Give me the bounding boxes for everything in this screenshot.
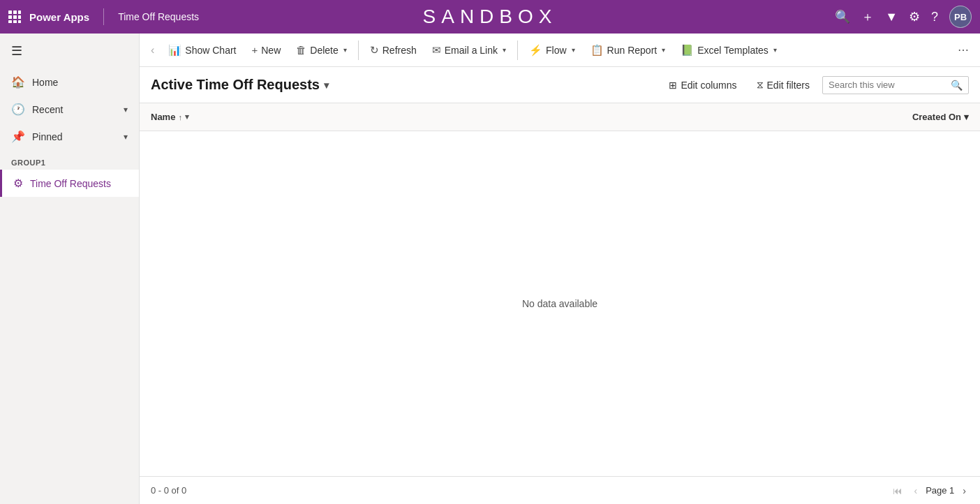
cmd-separator-1 (358, 40, 359, 60)
delete-chevron-icon: ▾ (343, 46, 347, 54)
delete-icon: 🗑 (296, 44, 306, 56)
refresh-label: Refresh (383, 45, 417, 56)
column-name-label: Name (151, 112, 175, 122)
excel-label: Excel Templates (697, 45, 769, 56)
delete-button[interactable]: 🗑 Delete ▾ (289, 40, 353, 60)
svg-rect-0 (8, 10, 12, 14)
sidebar-entity-label: Time Off Requests (30, 178, 111, 189)
grid-footer: 0 - 0 of 0 ⏮ ‹ Page 1 › (140, 476, 980, 504)
top-bar-divider (103, 8, 104, 25)
content-area: ‹ 📊 Show Chart + New 🗑 Delete ▾ ↻ Refres… (140, 34, 980, 504)
edit-filters-label: Edit filters (767, 80, 810, 91)
recent-icon: 🕐 (11, 103, 25, 116)
top-bar-left: Power Apps Time Off Requests (8, 8, 199, 25)
help-icon[interactable]: ? (931, 10, 938, 24)
grid-header: Name ↑ ▾ Created On ▾ (140, 103, 980, 131)
page-label: Page 1 (926, 485, 954, 496)
delete-label: Delete (310, 45, 338, 56)
column-header-created-on[interactable]: Created On ▾ (912, 112, 969, 122)
view-header: Active Time Off Requests ▾ ⊞ Edit column… (140, 67, 980, 103)
sidebar: ☰ 🏠 Home 🕐 Recent ▾ 📌 Pinned ▾ Group1 ⚙ … (0, 34, 140, 504)
show-chart-label: Show Chart (185, 45, 236, 56)
created-on-chevron-icon: ▾ (964, 112, 969, 122)
prev-page-button[interactable]: ‹ (911, 484, 920, 498)
new-button[interactable]: + New (244, 40, 288, 60)
edit-filters-button[interactable]: ⧖ Edit filters (750, 75, 817, 95)
view-title-text: Active Time Off Requests (151, 77, 320, 93)
show-chart-button[interactable]: 📊 Show Chart (161, 40, 243, 61)
created-on-label: Created On (912, 112, 961, 122)
back-button[interactable]: ‹ (145, 40, 160, 61)
run-report-button[interactable]: 📋 Run Report ▾ (584, 40, 673, 61)
sidebar-item-pinned[interactable]: 📌 Pinned ▾ (0, 123, 139, 150)
sidebar-item-time-off-requests[interactable]: ⚙ Time Off Requests (0, 170, 139, 197)
edit-columns-button[interactable]: ⊞ Edit columns (662, 75, 743, 95)
view-header-actions: ⊞ Edit columns ⧖ Edit filters 🔍 (662, 75, 969, 95)
pagination: ⏮ ‹ Page 1 › (890, 484, 969, 498)
svg-rect-1 (13, 10, 17, 14)
sidebar-recent-label: Recent (32, 104, 117, 115)
add-icon[interactable]: ＋ (861, 8, 874, 25)
main-layout: ☰ 🏠 Home 🕐 Recent ▾ 📌 Pinned ▾ Group1 ⚙ … (0, 34, 980, 504)
excel-chevron-icon: ▾ (773, 46, 777, 54)
view-title-chevron-icon[interactable]: ▾ (324, 80, 329, 91)
grid-body: No data available (140, 131, 980, 476)
email-a-link-button[interactable]: ✉ Email a Link ▾ (425, 40, 513, 61)
svg-rect-4 (13, 15, 17, 19)
svg-rect-7 (13, 20, 17, 23)
svg-rect-8 (18, 20, 21, 23)
filter-icon[interactable]: ▼ (885, 10, 898, 24)
run-report-chevron-icon: ▾ (662, 46, 665, 54)
refresh-icon: ↻ (370, 44, 379, 57)
top-bar-entity-name: Time Off Requests (118, 11, 199, 22)
top-bar-right: 🔍 ＋ ▼ ⚙ ? PB (835, 6, 972, 28)
search-box[interactable]: 🔍 (822, 76, 969, 94)
search-input[interactable] (829, 80, 951, 90)
flow-label: Flow (546, 45, 567, 56)
home-icon: 🏠 (11, 75, 25, 89)
apps-grid-icon[interactable] (8, 10, 21, 23)
command-bar: ‹ 📊 Show Chart + New 🗑 Delete ▾ ↻ Refres… (140, 34, 980, 67)
new-label: New (261, 45, 281, 56)
flow-chevron-icon: ▾ (572, 46, 575, 54)
search-icon[interactable]: 🔍 (835, 9, 850, 24)
refresh-button[interactable]: ↻ Refresh (363, 40, 424, 61)
top-bar: Power Apps Time Off Requests SANDBOX 🔍 ＋… (0, 0, 980, 34)
pinned-chevron-icon: ▾ (124, 132, 128, 142)
flow-button[interactable]: ⚡ Flow ▾ (522, 40, 582, 61)
new-icon: + (251, 44, 258, 56)
sidebar-home-label: Home (32, 77, 128, 88)
name-chevron-icon: ▾ (185, 112, 189, 121)
sidebar-item-home[interactable]: 🏠 Home (0, 68, 139, 96)
sandbox-label: SANDBOX (423, 6, 558, 28)
sidebar-item-recent[interactable]: 🕐 Recent ▾ (0, 96, 139, 123)
view-title: Active Time Off Requests ▾ (151, 77, 329, 93)
excel-icon: 📗 (681, 44, 694, 57)
time-off-requests-icon: ⚙ (13, 177, 23, 190)
recent-chevron-icon: ▾ (124, 105, 128, 114)
svg-rect-5 (18, 15, 21, 19)
next-page-button[interactable]: › (960, 484, 969, 498)
app-name: Power Apps (29, 11, 89, 23)
email-chevron-icon: ▾ (503, 46, 506, 54)
pinned-icon: 📌 (11, 130, 25, 143)
run-report-icon: 📋 (591, 44, 604, 57)
avatar[interactable]: PB (949, 6, 972, 28)
run-report-label: Run Report (607, 45, 658, 56)
svg-rect-2 (18, 10, 21, 14)
column-header-name[interactable]: Name ↑ ▾ (151, 112, 189, 122)
edit-columns-icon: ⊞ (669, 80, 677, 91)
more-commands-icon[interactable]: ⋯ (952, 39, 974, 61)
edit-columns-label: Edit columns (681, 80, 736, 91)
email-label: Email a Link (445, 45, 498, 56)
settings-icon[interactable]: ⚙ (909, 9, 920, 24)
hamburger-menu-icon[interactable]: ☰ (0, 34, 139, 68)
empty-message: No data available (522, 298, 597, 309)
record-count: 0 - 0 of 0 (151, 485, 186, 496)
excel-templates-button[interactable]: 📗 Excel Templates ▾ (674, 40, 784, 61)
svg-rect-6 (8, 20, 12, 23)
show-chart-icon: 📊 (168, 44, 181, 57)
email-icon: ✉ (432, 44, 441, 57)
group-label: Group1 (0, 150, 139, 170)
first-page-button[interactable]: ⏮ (890, 484, 905, 498)
